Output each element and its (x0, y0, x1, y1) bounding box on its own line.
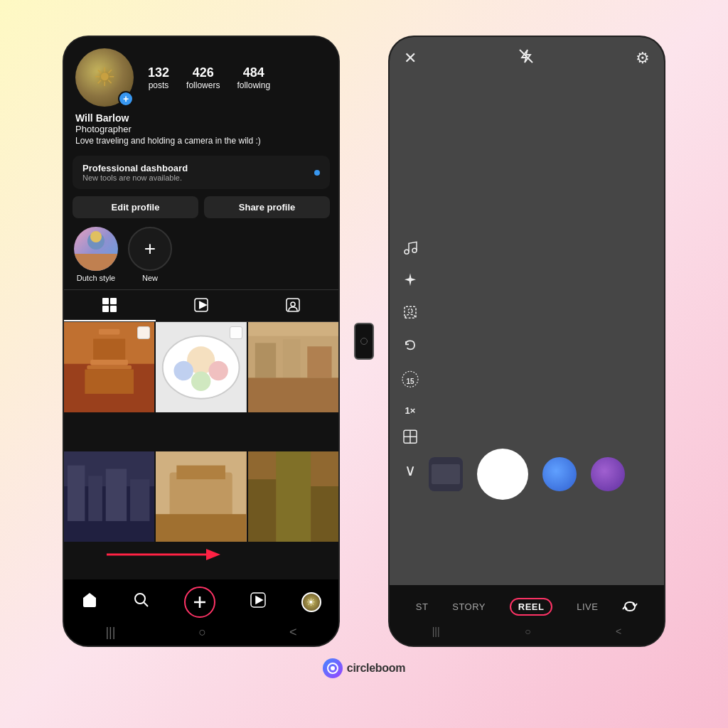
android-gestures: ||| ○ < (64, 621, 338, 646)
music-tool-button[interactable] (401, 239, 419, 259)
tab-reels[interactable] (156, 290, 247, 321)
profile-nav-button[interactable]: ☀ (301, 592, 321, 612)
home-nav-button[interactable] (81, 592, 98, 613)
grid-photo-1[interactable] (156, 322, 246, 412)
followers-stat[interactable]: 426 followers (186, 65, 220, 90)
left-phone: ☀ + 132 posts 426 followers 484 fo (63, 36, 340, 647)
posts-label: posts (149, 80, 169, 90)
svg-rect-6 (110, 306, 117, 312)
circleboom-logo-icon (323, 658, 343, 678)
main-container: ☀ + 132 posts 426 followers 484 fo (63, 36, 665, 647)
camera-bottom-bar: ST STORY REEL LIVE ||| ○ < (390, 585, 664, 646)
svg-point-21 (174, 361, 193, 380)
create-post-button[interactable] (184, 587, 215, 618)
profile-name-section: Will Barlow Photographer Love traveling … (64, 107, 338, 149)
tab-grid[interactable] (64, 290, 156, 321)
mode-reel[interactable]: REEL (510, 598, 553, 616)
svg-rect-34 (106, 469, 127, 520)
svg-rect-63 (432, 464, 460, 484)
stats-row: 132 posts 426 followers 484 following (148, 65, 270, 90)
dashboard-card[interactable]: Professional dashboard New tools are now… (73, 156, 330, 189)
photo-badge-1 (230, 326, 242, 339)
mode-flip-button[interactable] (622, 598, 638, 616)
following-count: 484 (243, 65, 264, 80)
add-story-button[interactable]: + (118, 91, 134, 107)
svg-rect-4 (110, 298, 117, 304)
dashboard-subtitle: New tools are now available. (82, 173, 188, 182)
dashboard-title: Professional dashboard (82, 163, 188, 173)
svg-rect-15 (90, 360, 128, 365)
zoom-tool-button[interactable]: 1× (401, 405, 419, 416)
svg-rect-5 (102, 306, 109, 312)
svg-point-57 (408, 309, 412, 313)
search-nav-button[interactable] (133, 592, 150, 613)
stories-row: Dutch style + New (64, 227, 338, 282)
person-frame-tool-button[interactable] (401, 304, 419, 324)
svg-rect-13 (95, 335, 123, 339)
svg-rect-32 (68, 466, 85, 521)
svg-marker-49 (256, 596, 262, 604)
svg-rect-43 (311, 486, 338, 542)
share-profile-button[interactable]: Share profile (204, 196, 330, 218)
svg-point-65 (331, 666, 335, 670)
svg-rect-39 (156, 514, 246, 542)
home-gesture: ○ (198, 625, 206, 640)
svg-line-45 (144, 603, 148, 607)
reels-nav-button[interactable] (250, 592, 267, 613)
followers-label: followers (186, 80, 220, 90)
new-story-circle: + (128, 227, 172, 271)
avatar-icon: ☀ (93, 63, 116, 92)
new-story-plus-icon: + (144, 237, 156, 260)
svg-rect-12 (99, 329, 119, 335)
mode-story-prev[interactable]: ST (416, 601, 429, 612)
svg-rect-26 (255, 343, 275, 378)
edit-profile-button[interactable]: Edit profile (73, 196, 198, 218)
flash-off-icon[interactable] (518, 48, 534, 68)
dashboard-text: Professional dashboard New tools are now… (82, 163, 188, 182)
svg-rect-37 (170, 472, 232, 521)
grid-photo-5[interactable] (248, 451, 338, 542)
svg-rect-27 (283, 339, 300, 378)
svg-rect-14 (93, 339, 125, 360)
timer-tool-button[interactable]: 15 (401, 370, 419, 392)
mini-phone-icon (354, 323, 374, 360)
mode-live[interactable]: LIVE (577, 601, 598, 612)
svg-point-44 (135, 594, 145, 604)
android-gestures-right: ||| ○ < (390, 621, 664, 643)
following-stat[interactable]: 484 following (237, 65, 270, 90)
dutch-style-circle (74, 227, 118, 271)
gallery-orb1[interactable] (542, 457, 577, 491)
gallery-orb2[interactable] (591, 457, 625, 491)
recent-apps-gesture-right: ||| (432, 626, 440, 637)
grid-photo-3[interactable] (64, 451, 154, 542)
svg-rect-29 (248, 378, 338, 412)
svg-rect-33 (88, 476, 102, 521)
grid-photo-0[interactable] (64, 322, 154, 412)
svg-rect-17 (85, 370, 134, 394)
svg-point-55 (412, 248, 417, 252)
circleboom-brand-name: circleboom (347, 662, 405, 675)
close-camera-button[interactable]: ✕ (404, 49, 417, 68)
bottom-nav: ☀ (64, 579, 338, 621)
undo-tool-button[interactable] (401, 337, 419, 357)
right-phone: ✕ ⚙ (388, 36, 665, 647)
settings-icon[interactable]: ⚙ (636, 49, 650, 68)
sparkle-tool-button[interactable] (401, 272, 419, 291)
tab-tagged[interactable] (247, 290, 338, 321)
story-new[interactable]: + New (128, 227, 172, 282)
avatar-container: ☀ + (75, 48, 134, 107)
gallery-thumbnail[interactable] (429, 457, 463, 491)
photo-badge-0 (137, 326, 150, 339)
layout-tool-button[interactable] (401, 429, 419, 449)
camera-viewfinder (390, 37, 664, 585)
mode-story[interactable]: STORY (452, 601, 486, 612)
recent-apps-gesture: ||| (105, 625, 115, 640)
svg-rect-3 (102, 298, 109, 304)
profile-name: Will Barlow (75, 112, 327, 124)
grid-photo-4[interactable] (156, 451, 246, 542)
capture-button[interactable] (477, 449, 528, 500)
story-dutch-style[interactable]: Dutch style (74, 227, 118, 282)
svg-marker-51 (206, 549, 220, 560)
grid-photo-2[interactable] (248, 322, 338, 412)
dutch-style-label: Dutch style (77, 274, 115, 282)
